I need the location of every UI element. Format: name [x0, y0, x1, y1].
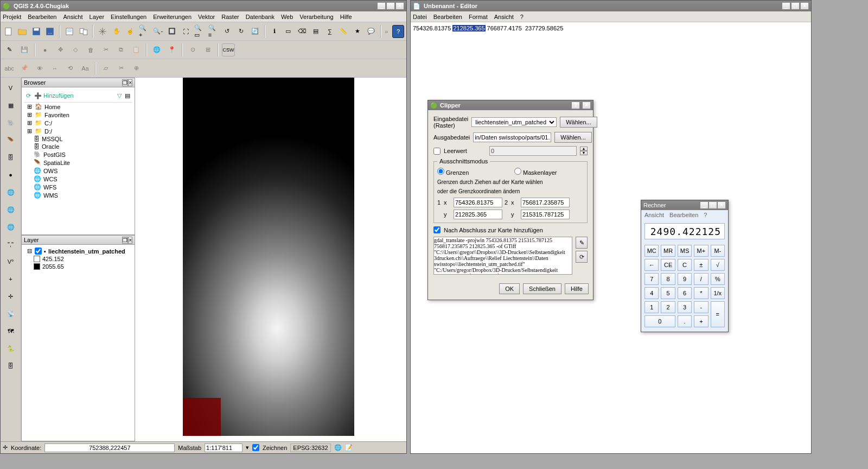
refresh-icon[interactable]: 🔄: [249, 25, 261, 38]
editor-menu-ansicht[interactable]: Ansicht: [494, 14, 514, 20]
delete-feature-icon[interactable]: 🗑: [84, 43, 97, 56]
nodata-checkbox[interactable]: [433, 148, 441, 155]
min-button[interactable]: _: [377, 2, 386, 10]
calc-add[interactable]: +: [694, 315, 708, 327]
composer-manager-icon[interactable]: [78, 25, 90, 38]
label-hide-icon[interactable]: 👁: [33, 62, 46, 75]
composer-icon[interactable]: [63, 25, 75, 38]
menu-datenbank[interactable]: Datenbank: [246, 14, 275, 20]
browser-add-button[interactable]: ➕ Hinzufügen: [34, 92, 74, 99]
calc-eq[interactable]: =: [711, 301, 725, 327]
calc-neg[interactable]: ±: [694, 259, 708, 271]
calc-dot[interactable]: .: [678, 315, 692, 327]
layers-close-icon[interactable]: ×: [128, 237, 132, 244]
calc-1[interactable]: 1: [644, 301, 659, 313]
add-delimited-icon[interactable]: ",": [4, 237, 18, 251]
mode-mask-radio[interactable]: [514, 168, 521, 175]
tree-home[interactable]: Home: [44, 104, 60, 110]
editor-menu-bearbeiten[interactable]: Bearbeiten: [433, 14, 462, 20]
output-choose-button[interactable]: Wählen...: [554, 132, 591, 143]
browser-header[interactable]: Browser ❐×: [21, 78, 135, 87]
zoom-out-icon[interactable]: 🔍-: [152, 25, 164, 38]
tree-spatialite[interactable]: SpatiaLite: [43, 160, 70, 166]
tree-ows[interactable]: OWS: [43, 168, 58, 174]
measure-icon[interactable]: 📏: [338, 25, 350, 38]
crs-status-icon[interactable]: 🌐: [334, 444, 342, 451]
zoom-full-icon[interactable]: ⛶: [180, 25, 192, 38]
zoom-in-icon[interactable]: 🔍+: [138, 25, 150, 38]
open-project-icon[interactable]: [17, 25, 29, 38]
mode-extent-radio[interactable]: [437, 168, 444, 175]
label-move-icon[interactable]: ↔: [48, 62, 61, 75]
add-wfs-icon[interactable]: 🌐: [4, 220, 18, 234]
x2-input[interactable]: [521, 198, 570, 207]
tree-favoriten[interactable]: Favoriten: [44, 112, 69, 118]
label-pin-icon[interactable]: 📌: [18, 62, 31, 75]
coord-capture-icon[interactable]: ✛: [4, 289, 18, 303]
editor-min-button[interactable]: _: [782, 2, 790, 10]
menu-ansicht[interactable]: Ansicht: [63, 14, 82, 20]
calc-0[interactable]: 0: [644, 315, 675, 327]
pan-icon[interactable]: [97, 25, 108, 38]
close-button[interactable]: Schließen: [523, 283, 561, 294]
calc-c[interactable]: C: [678, 259, 692, 271]
annotation-icon[interactable]: 💬: [366, 25, 378, 38]
editor-titlebar[interactable]: 📄 Unbenannt - Editor _ □ ×: [411, 1, 811, 11]
field-calc-icon[interactable]: ∑: [324, 25, 336, 38]
editor-menu-datei[interactable]: Datei: [413, 14, 427, 20]
tree-oracle[interactable]: Oracle: [42, 143, 59, 150]
adv-digitize-icon[interactable]: ▱: [99, 62, 112, 75]
close-button[interactable]: ×: [395, 2, 404, 10]
menu-layer[interactable]: Layer: [90, 14, 105, 20]
y2-input[interactable]: [521, 210, 570, 219]
attr-table-icon[interactable]: ▤: [310, 25, 322, 38]
map-canvas[interactable]: [135, 78, 406, 441]
topology-icon[interactable]: ⊞: [201, 43, 214, 56]
status-coord-input[interactable]: [44, 443, 175, 452]
expander-icon[interactable]: ⊞: [26, 119, 33, 126]
tree-mssql[interactable]: MSSQL: [42, 136, 63, 142]
add-spatialite-icon[interactable]: 🪶: [4, 133, 18, 147]
layers-restore-icon[interactable]: ❐: [122, 237, 128, 244]
expander-icon[interactable]: ⊞: [26, 103, 33, 110]
calc-pct[interactable]: %: [711, 273, 725, 285]
clipper-titlebar[interactable]: 🟢 Clipper ? ×: [428, 100, 593, 110]
input-raster-select[interactable]: liechtenstein_utm_patched: [471, 117, 557, 127]
merge-icon[interactable]: ⊕: [130, 62, 143, 75]
gps-icon[interactable]: 📍: [165, 43, 178, 56]
edit-save-icon[interactable]: 💾: [18, 43, 31, 56]
layers-header[interactable]: Layer ❐×: [21, 235, 135, 245]
status-scale-input[interactable]: [205, 443, 242, 452]
tree-wfs[interactable]: WFS: [43, 184, 56, 191]
calc-mc[interactable]: MC: [644, 245, 659, 257]
browser-collapse-icon[interactable]: ▤: [125, 92, 130, 99]
calc-mul[interactable]: *: [694, 287, 708, 299]
ok-button[interactable]: OK: [499, 283, 520, 294]
zoom-next-icon[interactable]: ↻: [235, 25, 247, 38]
browser-restore-icon[interactable]: ❐: [122, 79, 128, 86]
calc-back[interactable]: ←: [644, 259, 659, 271]
georef-icon[interactable]: 🌐: [150, 43, 163, 56]
expander-icon[interactable]: ⊟: [26, 248, 33, 255]
calc-inv[interactable]: 1/x: [711, 287, 725, 299]
label-change-icon[interactable]: Aa: [79, 62, 92, 75]
status-epsg[interactable]: EPSG:32632: [290, 443, 330, 452]
add-wms-icon[interactable]: 🌐: [4, 185, 18, 199]
pan-to-selection-icon[interactable]: ☝: [124, 25, 136, 38]
render-checkbox[interactable]: [252, 444, 259, 451]
edit-toggle-icon[interactable]: ✎: [3, 43, 16, 56]
coord-capture-icon[interactable]: ✛: [3, 444, 8, 451]
label-tool-icon[interactable]: abc: [3, 62, 16, 75]
deselect-icon[interactable]: ⌫: [296, 25, 308, 38]
menu-einstellungen[interactable]: Einstellungen: [111, 14, 146, 20]
output-file-input[interactable]: [473, 132, 551, 142]
clip-extent-rectangle[interactable]: [183, 398, 221, 436]
menu-raster[interactable]: Raster: [221, 14, 239, 20]
calc-5[interactable]: 5: [661, 287, 675, 299]
calc-ce[interactable]: CE: [661, 259, 675, 271]
calc-8[interactable]: 8: [661, 273, 675, 285]
add-mssql-icon[interactable]: 🗄: [4, 150, 18, 164]
calc-min-button[interactable]: _: [700, 201, 709, 209]
reset-command-button[interactable]: ⟳: [576, 251, 588, 263]
menu-vektor[interactable]: Vektor: [198, 14, 215, 20]
